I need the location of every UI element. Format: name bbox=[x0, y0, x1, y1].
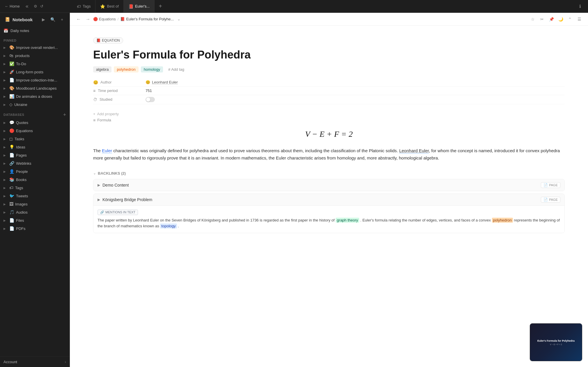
sidebar-item-quotes[interactable]: ▶ 💬 Quotes bbox=[1, 119, 68, 126]
share-icon[interactable]: ✂ bbox=[538, 15, 546, 23]
author-prop-icon: 😊 bbox=[93, 80, 98, 85]
tag-polyhedron[interactable]: polyhedron bbox=[114, 66, 138, 72]
backlinks-header[interactable]: ⌄ BACKLINKS (2) bbox=[93, 171, 565, 175]
sidebar-item-weblinks[interactable]: ▶ 🔗 Weblinks bbox=[1, 159, 68, 167]
backlink-row-demo[interactable]: ▶ Demo Content 📄 PAGE bbox=[93, 179, 564, 191]
chevron-icon: ▶ bbox=[3, 95, 8, 98]
tab-tags[interactable]: 🏷 Tags bbox=[72, 0, 95, 13]
breadcrumb-parent-label: Equations bbox=[99, 17, 116, 21]
item-label: Weblinks bbox=[16, 161, 65, 166]
item-label: Files bbox=[16, 218, 65, 223]
favourite-icon[interactable]: ☆ bbox=[529, 15, 537, 23]
item-label: Improve overall renderi... bbox=[16, 45, 65, 50]
item-icon: 🚀 bbox=[9, 70, 14, 74]
euler-tab-icon: 📕 bbox=[128, 4, 133, 9]
notebook-title[interactable]: 📔 Notebook bbox=[3, 15, 34, 24]
top-bar-left: ← Home « ⚙ ↺ bbox=[2, 2, 72, 10]
graph-theory-highlight: graph theory bbox=[336, 218, 359, 223]
info-icon[interactable]: ℹ bbox=[578, 3, 582, 10]
studied-toggle[interactable] bbox=[146, 97, 155, 102]
sidebar-item-improve-collection[interactable]: ▶ 📄 Improve collection-Inte... bbox=[1, 76, 68, 84]
sidebar-add-button[interactable]: + bbox=[58, 15, 66, 24]
forward-button[interactable]: → bbox=[84, 15, 92, 23]
add-property-button[interactable]: + Add property bbox=[93, 110, 565, 118]
more-options-icon[interactable]: ☰ bbox=[575, 15, 583, 23]
sidebar-item-audios[interactable]: ▶ 🎵 Audios bbox=[1, 208, 68, 216]
category-chip[interactable]: 📕 EQUATION bbox=[93, 37, 123, 44]
best-of-tab-icon: ⭐ bbox=[100, 4, 105, 9]
item-icon: 📚 bbox=[9, 177, 14, 182]
breadcrumb-equations[interactable]: 🔴 Equations bbox=[93, 17, 116, 21]
property-val-studied[interactable] bbox=[146, 97, 565, 102]
tag-algebra[interactable]: algebra bbox=[93, 66, 111, 72]
polyhedron-highlight: polyhedron bbox=[492, 218, 513, 223]
sidebar-item-ideas[interactable]: ▶ 💡 Ideas bbox=[1, 143, 68, 151]
account-section[interactable]: Account › bbox=[0, 356, 70, 367]
expand-icon[interactable]: ⌃ bbox=[566, 15, 574, 23]
tab-euler[interactable]: 📕 Euler's... bbox=[124, 0, 155, 13]
author-link[interactable]: Leonhard Euler bbox=[152, 80, 178, 85]
pin-icon[interactable]: 📌 bbox=[547, 15, 555, 23]
chevron-icon: ▶ bbox=[3, 70, 8, 74]
chevron-icon: ▶ bbox=[3, 137, 8, 141]
sidebar-item-tweets[interactable]: ▶ 🐦 Tweets bbox=[1, 192, 68, 200]
dark-mode-icon[interactable]: 🌙 bbox=[557, 15, 565, 23]
item-label: Moodboard Landscapes bbox=[16, 86, 65, 91]
sidebar-item-pages[interactable]: ▶ 📄 Pages bbox=[1, 151, 68, 159]
item-label: People bbox=[16, 169, 65, 174]
item-icon: 🛍 bbox=[9, 53, 13, 58]
item-label: Tags bbox=[15, 186, 65, 190]
euler-link[interactable]: Euler bbox=[102, 148, 112, 153]
sidebar-item-ukraine[interactable]: ▶ ◇ Ukraine bbox=[1, 101, 68, 108]
sidebar-item-files[interactable]: ▶ 📄 Files bbox=[1, 217, 68, 224]
sidebar-item-improve-rendering[interactable]: ▶ 🎨 Improve overall renderi... bbox=[1, 44, 68, 51]
home-button[interactable]: ← Home bbox=[5, 4, 20, 8]
chevron-icon: ▶ bbox=[3, 87, 8, 90]
sidebar-search-button[interactable]: 🔍 bbox=[49, 15, 57, 24]
chevron-icon: ▶ bbox=[3, 129, 8, 132]
sidebar-item-pdfs[interactable]: ▶ 📄 PDFs bbox=[1, 225, 68, 232]
page-badge-icon: 📄 bbox=[543, 198, 548, 202]
leonhard-euler-link[interactable]: Leonhard Euler bbox=[399, 148, 429, 153]
backlink-row-konigsberg[interactable]: ▶ Königsberg Bridge Problem 📄 PAGE bbox=[93, 194, 564, 205]
back-button[interactable]: ← bbox=[75, 15, 83, 23]
tag-homology[interactable]: homology bbox=[141, 66, 163, 72]
item-icon: 🐦 bbox=[9, 194, 14, 198]
item-label: Quotes bbox=[16, 120, 65, 125]
studied-prop-icon: ⏱ bbox=[93, 97, 97, 102]
sidebar-item-todo[interactable]: ▶ ✅ To-Do bbox=[1, 60, 68, 68]
sidebar-item-de-animales[interactable]: ▶ 📊 De animales a dioses bbox=[1, 93, 68, 100]
sidebar: 📔 Notebook ▶ 🔍 + 📅 Daily notes PINNED ▶ … bbox=[0, 13, 70, 367]
sidebar-item-tags[interactable]: ▶ 🏷 Tags bbox=[1, 184, 68, 192]
breadcrumb-chevron-icon[interactable]: ⌄ bbox=[176, 16, 182, 22]
item-label: To-Do bbox=[16, 62, 65, 66]
breadcrumb-current[interactable]: 📕 Euler's Formula for Polyhe... bbox=[120, 17, 174, 21]
math-formula: V − E + F = 2 bbox=[93, 130, 565, 139]
item-label: Ukraine bbox=[14, 102, 65, 107]
item-icon: 🔴 bbox=[9, 128, 14, 133]
author-prop-label: Author bbox=[100, 80, 111, 84]
sidebar-item-daily-notes[interactable]: 📅 Daily notes bbox=[0, 26, 70, 35]
sidebar-play-button[interactable]: ▶ bbox=[39, 15, 47, 24]
backlinks-count-label: BACKLINKS (2) bbox=[98, 171, 126, 175]
chevron-icon: ▶ bbox=[3, 186, 8, 189]
chevron-icon: ▶ bbox=[3, 154, 8, 157]
undo-icon[interactable]: ↺ bbox=[40, 4, 43, 8]
add-tab-button[interactable]: + bbox=[155, 0, 166, 13]
sidebar-item-equations[interactable]: ▶ 🔴 Equations bbox=[1, 127, 68, 134]
collapse-sidebar-icon[interactable]: « bbox=[24, 2, 30, 10]
sidebar-item-images[interactable]: ▶ 🖼 Images bbox=[1, 200, 68, 208]
time-prop-icon: ≡ bbox=[93, 88, 95, 93]
sidebar-item-long-form[interactable]: ▶ 🚀 Long-form posts bbox=[1, 68, 68, 76]
sidebar-item-tasks[interactable]: ▶ ◻ Tasks bbox=[1, 135, 68, 143]
sidebar-item-books[interactable]: ▶ 📚 Books bbox=[1, 176, 68, 183]
tab-best-of[interactable]: ⭐ Best of bbox=[95, 0, 123, 13]
add-tag-button[interactable]: # Add tag bbox=[165, 66, 187, 72]
sidebar-item-products[interactable]: ▶ 🛍 products bbox=[1, 52, 68, 59]
sidebar-item-people[interactable]: ▶ 👤 People bbox=[1, 168, 68, 175]
formula-label: Formula bbox=[97, 118, 111, 122]
add-database-button[interactable]: + bbox=[63, 112, 66, 117]
sidebar-item-moodboard[interactable]: ▶ 🎨 Moodboard Landscapes bbox=[1, 84, 68, 92]
layout-icon[interactable]: ⚙ bbox=[34, 4, 37, 8]
backlink-chevron-icon: ▶ bbox=[98, 198, 100, 202]
